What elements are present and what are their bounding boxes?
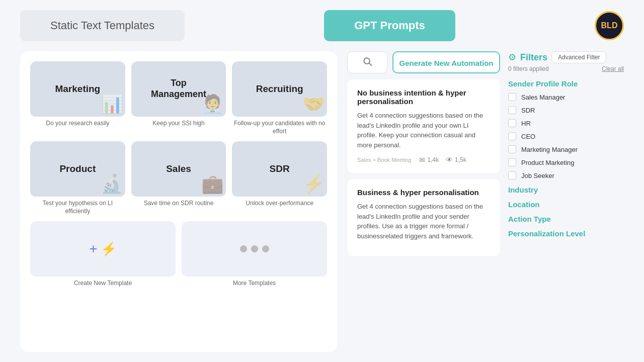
create-new-template-card[interactable]: + ⚡ Create New Template: [30, 221, 176, 288]
template-card-desc-sales: Save time on SDR routine: [131, 200, 226, 208]
templates-panel: Marketing 📊 Do your research easily Top …: [20, 51, 337, 352]
filter-label-hr: HR: [521, 120, 531, 127]
industry-section-title[interactable]: Industry: [508, 186, 624, 194]
automation-card-1-body: Get 4 connection suggestions based on th…: [357, 111, 490, 150]
filters-applied-count: 0 filters applied: [508, 65, 549, 72]
stat-view: 👁 1,5k: [446, 156, 466, 164]
filter-item-sales-manager[interactable]: Sales Manager: [508, 93, 624, 101]
filters-header: ⚙ Filters Advanced Filter: [508, 51, 624, 63]
search-icon: [362, 56, 372, 69]
template-card-illustration-product: 🔬: [101, 173, 123, 195]
automation-panel: Generate New Automation No business inte…: [347, 51, 500, 352]
dots-icon: [240, 245, 269, 252]
checkbox-job-seeker[interactable]: [508, 171, 516, 179]
svg-line-1: [369, 63, 372, 65]
template-card-top-management[interactable]: Top Management 🧑‍💼 Keep your SSI high: [131, 61, 226, 135]
template-card-marketing[interactable]: Marketing 📊 Do your research easily: [30, 61, 125, 135]
search-bar-row: Generate New Automation: [347, 51, 500, 73]
filter-item-ceo[interactable]: CEO: [508, 132, 624, 140]
templates-bottom-row: + ⚡ Create New Template More Templates: [30, 221, 327, 288]
checkbox-hr[interactable]: [508, 119, 516, 127]
top-navigation: Static Text Templates GPT Prompts BLD: [20, 10, 624, 41]
template-card-label-marketing: Marketing: [55, 83, 100, 95]
eye-icon: 👁: [446, 156, 453, 164]
automation-card-2-title: Business & hyper personalisation: [357, 188, 490, 197]
main-content: Marketing 📊 Do your research easily Top …: [20, 51, 624, 352]
template-card-illustration-sdr: ⚡: [302, 173, 325, 195]
filter-label-marketing-manager: Marketing Manager: [521, 146, 578, 153]
checkbox-sales-manager[interactable]: [508, 93, 516, 101]
template-card-desc-marketing: Do your research easily: [30, 120, 125, 128]
more-templates-card[interactable]: More Templates: [182, 221, 327, 288]
stat-view-value: 1,5k: [455, 156, 466, 163]
mail-icon: ✉: [419, 156, 425, 164]
stat-mail: ✉ 1,4k: [419, 156, 439, 164]
filters-title: Filters: [520, 52, 547, 63]
location-section-title[interactable]: Location: [508, 200, 624, 209]
filter-item-marketing-manager[interactable]: Marketing Manager: [508, 145, 624, 153]
template-card-illustration-sales: 💼: [201, 173, 224, 195]
tab-static-text[interactable]: Static Text Templates: [20, 10, 185, 41]
filter-item-hr[interactable]: HR: [508, 119, 624, 127]
template-card-label-recruiting: Recruiting: [256, 83, 303, 95]
template-card-label-sales: Sales: [166, 163, 191, 175]
sender-profile-role-title: Sender Profile Role: [508, 79, 624, 88]
checkbox-marketing-manager[interactable]: [508, 145, 516, 153]
template-card-sdr[interactable]: SDR ⚡ Unlock over-performance: [232, 141, 327, 215]
template-card-desc-sdr: Unlock over-performance: [232, 200, 327, 208]
filter-item-sdr[interactable]: SDR: [508, 106, 624, 114]
generate-new-automation-button[interactable]: Generate New Automation: [392, 51, 500, 73]
checkbox-product-marketing[interactable]: [508, 158, 516, 166]
plus-icon: +: [89, 241, 97, 257]
automation-card-1-stats: ✉ 1,4k 👁 1,5k: [419, 156, 466, 164]
filter-label-sales-manager: Sales Manager: [521, 94, 565, 101]
search-box[interactable]: [347, 51, 387, 73]
template-grid: Marketing 📊 Do your research easily Top …: [30, 61, 327, 215]
right-panel: Generate New Automation No business inte…: [347, 51, 624, 352]
template-card-desc-recruiting: Follow-up your candidates with no effort: [232, 120, 327, 135]
filter-label-product-marketing: Product Marketing: [521, 159, 575, 166]
filter-label-sdr: SDR: [521, 107, 535, 114]
clear-all-button[interactable]: Clear all: [602, 65, 624, 72]
tab-gpt-prompts[interactable]: GPT Prompts: [324, 10, 455, 41]
template-card-label-product: Product: [59, 163, 96, 175]
checkbox-ceo[interactable]: [508, 132, 516, 140]
create-new-label: Create New Template: [30, 280, 176, 288]
template-card-desc-product: Test your hypothesis on LI efficiently: [30, 200, 125, 215]
filters-panel: ⚙ Filters Advanced Filter 0 filters appl…: [508, 51, 624, 352]
template-card-label-top: Top Management: [151, 78, 206, 100]
checkbox-sdr[interactable]: [508, 106, 516, 114]
template-card-desc-top: Keep your SSI high: [131, 120, 226, 128]
automation-card-1-footer: Sales > Book Meeting ✉ 1,4k 👁 1,5k: [357, 156, 490, 164]
template-card-sales[interactable]: Sales 💼 Save time on SDR routine: [131, 141, 226, 215]
filter-label-ceo: CEO: [521, 133, 535, 140]
template-card-illustration-marketing: 📊: [101, 94, 123, 115]
filter-item-product-marketing[interactable]: Product Marketing: [508, 158, 624, 166]
automation-card-2[interactable]: Business & hyper personalisation Get 4 c…: [347, 179, 500, 256]
more-templates-label: More Templates: [182, 280, 327, 288]
bolt-icon: ⚡: [101, 241, 117, 257]
automation-card-1-tag: Sales > Book Meeting: [357, 157, 411, 163]
filters-subrow: 0 filters applied Clear all: [508, 65, 624, 72]
filter-gear-icon: ⚙: [508, 52, 516, 63]
logo: BLD: [595, 11, 624, 40]
action-type-section-title[interactable]: Action Type: [508, 215, 624, 223]
template-card-recruiting[interactable]: Recruiting 🤝 Follow-up your candidates w…: [232, 61, 327, 135]
stat-mail-value: 1,4k: [427, 156, 439, 163]
template-card-label-sdr: SDR: [270, 163, 290, 175]
template-card-product[interactable]: Product 🔬 Test your hypothesis on LI eff…: [30, 141, 125, 215]
advanced-filter-button[interactable]: Advanced Filter: [551, 51, 606, 63]
filter-label-job-seeker: Job Seeker: [521, 172, 554, 179]
automation-card-1[interactable]: No business intention & hyper personalis…: [347, 79, 500, 173]
automation-card-2-body: Get 4 connection suggestions based on th…: [357, 202, 490, 241]
personalization-level-section-title[interactable]: Personalization Level: [508, 229, 624, 238]
template-card-illustration-recruiting: 🤝: [302, 94, 325, 115]
filter-item-job-seeker[interactable]: Job Seeker: [508, 171, 624, 179]
automation-card-1-title: No business intention & hyper personalis…: [357, 88, 490, 106]
